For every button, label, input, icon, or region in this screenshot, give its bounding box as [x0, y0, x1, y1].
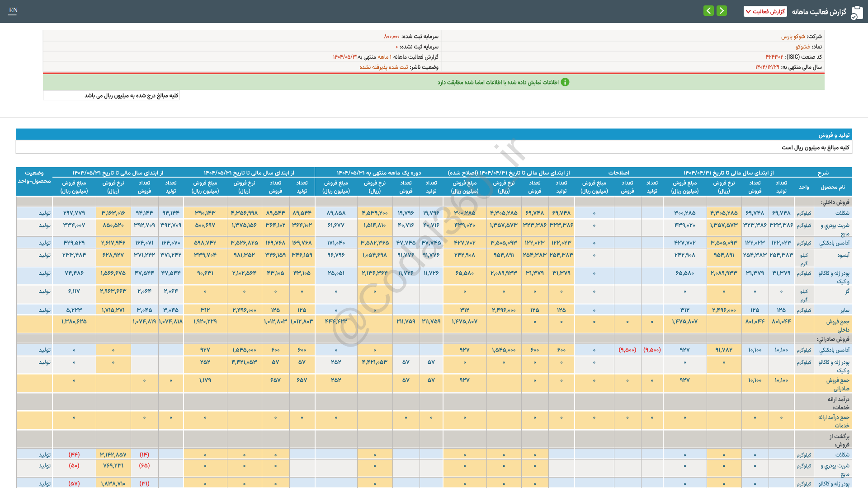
svg-text:EN: EN	[9, 6, 18, 14]
